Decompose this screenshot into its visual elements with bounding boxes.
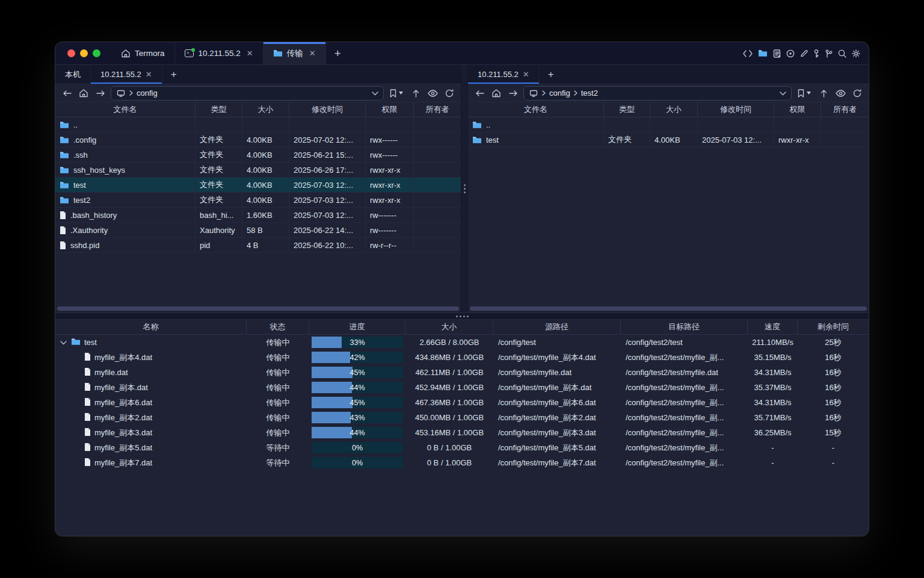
transfer-row[interactable]: test传输中33%2.66GB / 8.00GB/config/test/co… — [55, 335, 869, 350]
file-icon — [84, 413, 91, 423]
bookmark-button[interactable] — [795, 87, 813, 100]
record-icon[interactable] — [786, 49, 795, 58]
document-icon[interactable] — [773, 49, 781, 58]
horizontal-splitter[interactable] — [55, 312, 869, 320]
transfer-row[interactable]: myfile.dat传输中45%462.11MB / 1.00GB/config… — [55, 365, 869, 380]
source-path: /config/test/myfile_副本.dat — [493, 380, 621, 395]
column-header[interactable]: 修改时间 — [289, 102, 366, 117]
home-button[interactable] — [490, 87, 503, 100]
code-icon[interactable] — [743, 50, 753, 57]
right-panel-new-tab-button[interactable]: + — [540, 65, 562, 84]
column-header[interactable]: 大小 — [650, 102, 698, 117]
close-window-button[interactable] — [67, 49, 75, 57]
search-icon[interactable] — [838, 49, 846, 58]
title-tab-Termora[interactable]: Termora — [111, 42, 175, 64]
left-panel-new-tab-button[interactable]: + — [162, 65, 185, 84]
horizontal-scrollbar[interactable] — [470, 306, 867, 311]
file-row[interactable]: test文件夹4.00KB2025-07-03 12:...rwxr-xr-x — [468, 132, 869, 148]
forward-button[interactable] — [507, 87, 520, 100]
transfer-row[interactable]: myfile_副本7.dat等待中0%0 B / 1.00GB/config/t… — [55, 455, 869, 470]
path-crumb[interactable]: config — [549, 89, 570, 98]
folder-icon[interactable] — [758, 49, 768, 57]
close-tab-icon[interactable]: ✕ — [523, 70, 529, 79]
up-directory-button[interactable] — [409, 87, 422, 100]
transfer-row[interactable]: myfile_副本6.dat传输中45%467.36MB / 1.00GB/co… — [55, 395, 869, 410]
show-hidden-button[interactable] — [426, 87, 439, 100]
column-header[interactable]: 所有者 — [414, 102, 461, 117]
file-row[interactable]: ssh_host_keys文件夹4.00KB2025-06-26 17:...r… — [55, 163, 461, 178]
home-button[interactable] — [77, 87, 90, 100]
column-header[interactable]: 文件名 — [468, 102, 604, 117]
file-row[interactable]: .. — [468, 117, 869, 132]
column-header[interactable]: 权限 — [366, 102, 414, 117]
close-tab-icon[interactable]: ✕ — [309, 49, 316, 58]
transfer-column-header[interactable]: 进度 — [309, 320, 405, 334]
title-tab-10.211.55.2[interactable]: >_10.211.55.2✕ — [175, 42, 263, 64]
vertical-splitter[interactable] — [461, 65, 468, 312]
refresh-button[interactable] — [443, 87, 456, 100]
column-header[interactable]: 所有者 — [821, 102, 869, 117]
path-input[interactable]: config — [111, 86, 384, 101]
file-row[interactable]: .config文件夹4.00KB2025-07-02 12:...rwx----… — [55, 132, 461, 148]
back-button[interactable] — [473, 87, 486, 100]
column-header[interactable]: 文件名 — [55, 102, 196, 117]
transfer-row[interactable]: myfile_副本5.dat等待中0%0 B / 1.00GB/config/t… — [55, 440, 869, 455]
path-dropdown-icon[interactable] — [372, 89, 378, 98]
file-row[interactable]: sshd.pidpid4 B2025-06-22 10:...rw-r--r-- — [55, 238, 461, 253]
transfer-column-header[interactable]: 速度 — [748, 320, 798, 334]
transfer-row[interactable]: myfile_副本4.dat传输中42%434.86MB / 1.00GB/co… — [55, 350, 869, 365]
source-path: /config/test/myfile_副本2.dat — [493, 410, 621, 425]
transfer-row[interactable]: myfile_副本.dat传输中44%452.94MB / 1.00GB/con… — [55, 380, 869, 395]
path-input[interactable]: configtest2 — [523, 86, 792, 101]
file-row[interactable]: test2文件夹4.00KB2025-07-03 12:...rwxr-xr-x — [55, 193, 461, 208]
zoom-window-button[interactable] — [93, 49, 100, 57]
folder-icon — [60, 151, 69, 159]
column-header[interactable]: 修改时间 — [698, 102, 774, 117]
column-header[interactable]: 类型 — [196, 102, 242, 117]
right-panel-tab-10.211.55.2[interactable]: 10.211.55.2✕ — [468, 65, 540, 84]
transfer-column-header[interactable]: 大小 — [405, 320, 493, 334]
close-tab-icon[interactable]: ✕ — [146, 70, 152, 79]
file-row[interactable]: .ssh文件夹4.00KB2025-06-21 15:...rwx------ — [55, 148, 461, 163]
transfer-speed: 36.25MB/s — [748, 425, 798, 440]
file-row[interactable]: .. — [55, 117, 461, 132]
titlebar-toolbar — [743, 42, 869, 64]
key-icon[interactable] — [813, 49, 819, 58]
back-button[interactable] — [60, 87, 73, 100]
close-tab-icon[interactable]: ✕ — [247, 49, 253, 58]
transfer-column-header[interactable]: 状态 — [247, 320, 309, 334]
forward-button[interactable] — [94, 87, 107, 100]
expand-chevron-icon[interactable] — [59, 338, 67, 347]
path-crumb[interactable]: config — [137, 89, 158, 98]
file-name: .config — [73, 135, 96, 144]
title-tab-传输[interactable]: 传输✕ — [263, 42, 326, 64]
column-header[interactable]: 类型 — [604, 102, 650, 117]
branch-icon[interactable] — [825, 49, 833, 58]
column-header[interactable]: 大小 — [242, 102, 289, 117]
file-name: test2 — [73, 196, 90, 205]
transfer-column-header[interactable]: 剩余时间 — [798, 320, 869, 334]
path-crumb[interactable]: test2 — [581, 89, 598, 98]
minimize-window-button[interactable] — [80, 49, 88, 57]
transfer-row[interactable]: myfile_副本2.dat传输中43%450.00MB / 1.00GB/co… — [55, 410, 869, 425]
bookmark-button[interactable] — [387, 87, 405, 100]
transfer-column-header[interactable]: 目标路径 — [621, 320, 748, 334]
transfer-row[interactable]: myfile_副本3.dat传输中44%453.16MB / 1.00GB/co… — [55, 425, 869, 440]
file-row[interactable]: .XauthorityXauthority58 B2025-06-22 14:.… — [55, 223, 461, 238]
up-directory-button[interactable] — [817, 87, 830, 100]
column-header[interactable]: 权限 — [774, 102, 821, 117]
show-hidden-button[interactable] — [834, 87, 847, 100]
edit-icon[interactable] — [800, 49, 808, 57]
refresh-button[interactable] — [851, 87, 864, 100]
window-controls — [55, 42, 111, 64]
transfer-column-header[interactable]: 源路径 — [493, 320, 621, 334]
transfer-column-header[interactable]: 名称 — [55, 320, 247, 334]
left-panel-tab-本机[interactable]: 本机 — [55, 65, 91, 84]
settings-icon[interactable] — [852, 49, 860, 58]
horizontal-scrollbar[interactable] — [57, 306, 459, 311]
new-title-tab-button[interactable]: + — [326, 42, 350, 64]
path-dropdown-icon[interactable] — [780, 89, 786, 98]
file-row[interactable]: .bash_historybash_hi...1.60KB2025-07-03 … — [55, 208, 461, 223]
left-panel-tab-10.211.55.2[interactable]: 10.211.55.2✕ — [91, 65, 162, 84]
file-row[interactable]: test文件夹4.00KB2025-07-03 12:...rwxr-xr-x — [55, 178, 461, 193]
